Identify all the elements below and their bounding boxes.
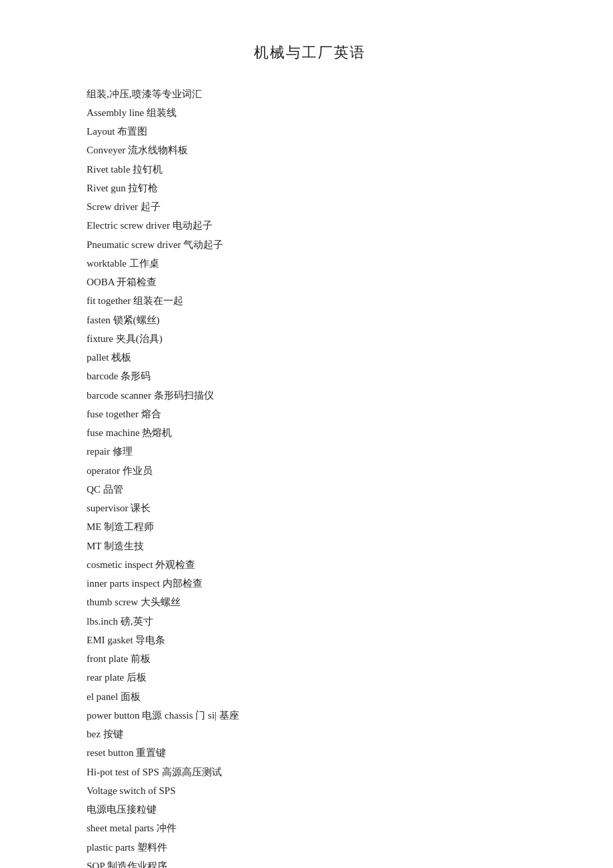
list-item: worktable 工作桌 bbox=[87, 254, 533, 273]
page-title: 机械与工厂英语 bbox=[87, 40, 533, 66]
list-item: operator 作业员 bbox=[87, 461, 533, 480]
list-item: SOP 制造作业程序 bbox=[87, 857, 533, 868]
list-item: Conveyer 流水线物料板 bbox=[87, 141, 533, 159]
list-item: Layout 布置图 bbox=[87, 122, 533, 141]
list-item: fuse together 熔合 bbox=[87, 405, 533, 423]
list-item: el panel 面板 bbox=[87, 687, 533, 706]
list-item: reset button 重置键 bbox=[87, 743, 533, 762]
list-item: repair 修理 bbox=[87, 442, 533, 461]
list-item: MT 制造生技 bbox=[87, 537, 533, 555]
list-item: inner parts inspect 内部检查 bbox=[87, 574, 533, 593]
list-item: Rivet gun 拉钉枪 bbox=[87, 179, 533, 197]
list-item: lbs.inch 磅,英寸 bbox=[87, 612, 533, 631]
list-item: Screw driver 起子 bbox=[87, 197, 533, 216]
list-item: pallet 栈板 bbox=[87, 348, 533, 367]
list-item: supervisor 课长 bbox=[87, 499, 533, 517]
list-item: Electric screw driver 电动起子 bbox=[87, 216, 533, 235]
list-item: front plate 前板 bbox=[87, 649, 533, 668]
list-item: barcode 条形码 bbox=[87, 367, 533, 385]
list-item: Assembly line 组装线 bbox=[87, 103, 533, 122]
list-item: rear plate 后板 bbox=[87, 668, 533, 687]
list-item: Pneumatic screw driver 气动起子 bbox=[87, 235, 533, 254]
list-item: ME 制造工程师 bbox=[87, 517, 533, 536]
list-item: 组装,冲压,喷漆等专业词汇 bbox=[87, 85, 533, 103]
list-item: fit together 组装在一起 bbox=[87, 291, 533, 310]
list-item: Voltage switch of SPS bbox=[87, 781, 533, 800]
list-item: power button 电源 chassis 门 si| 基座 bbox=[87, 706, 533, 725]
list-item: plastic parts 塑料件 bbox=[87, 838, 533, 857]
list-item: QC 品管 bbox=[87, 480, 533, 499]
list-item: Rivet table 拉钉机 bbox=[87, 160, 533, 179]
list-item: fixture 夹具(治具) bbox=[87, 329, 533, 348]
list-item: fasten 锁紧(螺丝) bbox=[87, 311, 533, 329]
list-item: Hi-pot test of SPS 高源高压测试 bbox=[87, 763, 533, 781]
list-item: fuse machine 热熔机 bbox=[87, 423, 533, 442]
list-item: barcode scanner 条形码扫描仪 bbox=[87, 386, 533, 405]
list-item: cosmetic inspect 外观检查 bbox=[87, 555, 533, 574]
list-item: 电源电压接粒键 bbox=[87, 800, 533, 819]
content-list: 组装,冲压,喷漆等专业词汇Assembly line 组装线Layout 布置图… bbox=[87, 85, 533, 869]
list-item: EMI gasket 导电条 bbox=[87, 631, 533, 649]
list-item: sheet metal parts 冲件 bbox=[87, 819, 533, 837]
list-item: thumb screw 大头螺丝 bbox=[87, 593, 533, 611]
list-item: bez 按键 bbox=[87, 725, 533, 743]
list-item: OOBA 开箱检查 bbox=[87, 273, 533, 291]
